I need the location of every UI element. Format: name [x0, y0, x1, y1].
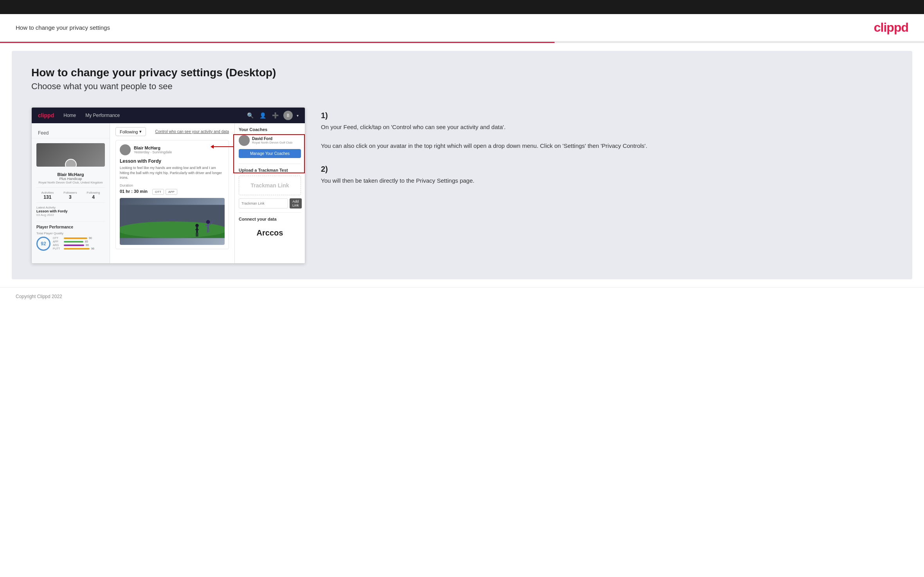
post-duration-label: Duration — [120, 183, 225, 187]
app-sidebar: Feed Blair McHarg Plus Handicap Royal No… — [32, 123, 110, 263]
page-subheading: Choose what you want people to see — [31, 81, 893, 92]
post-author-info: Blair McHarg Yesterday · Sunningdale — [134, 146, 172, 154]
latest-activity-name: Lesson with Fordy — [36, 209, 105, 213]
copyright: Copyright Clippd 2022 — [16, 294, 62, 299]
following-label: Following — [87, 191, 100, 194]
trackman-title: Upload a Trackman Test — [239, 168, 301, 173]
perf-title: Player Performance — [36, 225, 105, 229]
followers-label: Followers — [63, 191, 77, 194]
latest-activity-label: Latest Activity — [36, 206, 105, 209]
ott-bar — [64, 237, 87, 239]
svg-rect-6 — [196, 233, 197, 237]
profile-name: Blair McHarg — [36, 172, 105, 177]
connect-title: Connect your data — [239, 217, 301, 221]
followers-value: 3 — [63, 194, 77, 200]
post-title: Lesson with Fordy — [120, 158, 225, 164]
app-right-panel: Your Coaches David Ford Royal North Devo… — [234, 123, 305, 263]
app-nav-home[interactable]: Home — [63, 113, 76, 118]
ott-value: 90 — [89, 237, 92, 239]
instruction-step2: 2) You will then be taken directly to th… — [321, 165, 893, 185]
trackman-placeholder: Trackman Link — [239, 176, 301, 195]
profile-stats: Activities 131 Followers 3 Following 4 — [36, 187, 105, 200]
step2-text: You will then be taken directly to the P… — [321, 176, 893, 185]
app-label: APP — [53, 240, 62, 243]
clippd-logo: clippd — [874, 20, 908, 35]
header-accent — [0, 42, 924, 43]
profile-handicap: Plus Handicap — [36, 177, 105, 181]
plus-circle-icon[interactable]: ➕ — [271, 111, 279, 120]
post-meta: Yesterday · Sunningdale — [134, 150, 172, 154]
feed-header: Following ▾ Control who can see your act… — [115, 127, 229, 136]
content-row: clippd Home My Performance 🔍 👤 ➕ B ▾ — [31, 107, 893, 264]
following-stat: Following 4 — [87, 191, 100, 200]
profile-club: Royal North Devon Golf Club, United King… — [36, 181, 105, 184]
ott-tag: OTT — [152, 189, 164, 195]
top-bar — [0, 0, 924, 14]
step2-number: 2) — [321, 165, 893, 174]
app-nav-performance[interactable]: My Performance — [85, 113, 120, 118]
followers-stat: Followers 3 — [63, 191, 77, 200]
app-nav-logo: clippd — [38, 112, 54, 119]
post-header: Blair McHarg Yesterday · Sunningdale — [120, 144, 225, 155]
post-description: Looking to feel like my hands are exitin… — [120, 165, 225, 180]
arg-label: ARG — [53, 244, 62, 246]
step1-text-part2: You can also click on your avatar in the… — [321, 142, 647, 149]
coach-avatar — [239, 135, 250, 146]
arg-bar-row: ARG 86 — [53, 244, 105, 246]
putt-value: 96 — [91, 247, 94, 250]
profile-banner — [36, 143, 105, 167]
arrowhead — [211, 145, 214, 149]
connect-section: Connect your data Arccos — [239, 212, 301, 241]
putt-bar-row: PUTT 96 — [53, 247, 105, 250]
following-value: 4 — [87, 194, 100, 200]
instructions: 1) On your Feed, click/tap on 'Control w… — [321, 107, 893, 200]
player-performance: Player Performance Total Player Quality … — [36, 221, 105, 254]
svg-rect-13 — [208, 229, 209, 232]
coach-row: David Ford Royal North Devon Golf Club — [239, 135, 301, 146]
app-profile: Blair McHarg Plus Handicap Royal North D… — [32, 138, 110, 259]
following-chevron: ▾ — [139, 129, 142, 134]
app-mockup: clippd Home My Performance 🔍 👤 ➕ B ▾ — [31, 107, 305, 264]
step1-number: 1) — [321, 111, 893, 120]
profile-avatar — [65, 159, 77, 167]
user-avatar[interactable]: B — [283, 111, 293, 120]
activities-stat: Activities 131 — [41, 191, 54, 200]
svg-point-3 — [195, 224, 198, 227]
trackman-section: Upload a Trackman Test Trackman Link Add… — [239, 164, 301, 209]
add-link-button[interactable]: Add Link — [290, 198, 302, 209]
activities-label: Activities — [41, 191, 54, 194]
app-bar — [64, 241, 83, 243]
trackman-input[interactable] — [239, 198, 288, 209]
ott-label: OTT — [53, 237, 62, 239]
svg-rect-12 — [207, 229, 208, 233]
post-avatar — [120, 144, 131, 155]
putt-bar — [64, 248, 90, 250]
app-tag: APP — [166, 189, 177, 195]
avatar-chevron: ▾ — [297, 113, 299, 118]
post-image — [120, 198, 225, 245]
step1-text: On your Feed, click/tap on 'Control who … — [321, 122, 893, 151]
coach-club: Royal North Devon Golf Club — [252, 141, 292, 144]
activities-value: 131 — [41, 194, 54, 200]
person-icon[interactable]: 👤 — [258, 111, 267, 120]
arrow-line — [214, 146, 233, 147]
feed-tab[interactable]: Feed — [32, 128, 110, 138]
search-icon[interactable]: 🔍 — [246, 111, 254, 120]
svg-rect-7 — [197, 233, 198, 237]
app-body: Feed Blair McHarg Plus Handicap Royal No… — [32, 123, 305, 263]
post-image-svg — [120, 198, 225, 245]
following-button[interactable]: Following ▾ — [115, 127, 146, 136]
quality-bars: OTT 90 APP 85 — [53, 237, 105, 251]
red-arrow — [211, 145, 233, 149]
arg-bar — [64, 244, 84, 246]
following-label: Following — [120, 129, 138, 134]
feed-post: Blair McHarg Yesterday · Sunningdale Les… — [115, 140, 229, 249]
app-feed: Following ▾ Control who can see your act… — [110, 123, 234, 263]
trackman-input-row: Add Link — [239, 198, 301, 209]
ott-bar-row: OTT 90 — [53, 237, 105, 239]
latest-activity: Latest Activity Lesson with Fordy 03 Aug… — [36, 202, 105, 220]
control-link[interactable]: Control who can see your activity and da… — [155, 129, 229, 134]
manage-coaches-button[interactable]: Manage Your Coaches — [239, 149, 301, 158]
header-title: How to change your privacy settings — [16, 24, 110, 31]
app-mockup-wrapper: clippd Home My Performance 🔍 👤 ➕ B ▾ — [31, 107, 305, 264]
